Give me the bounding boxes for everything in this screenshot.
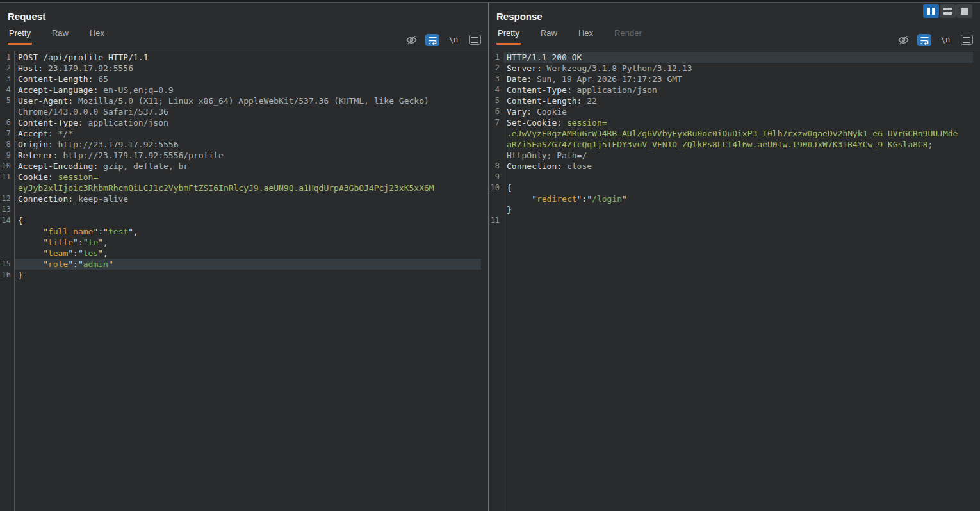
- code-text: "role":"admin": [14, 259, 481, 270]
- tab-raw[interactable]: Raw: [539, 26, 559, 45]
- code-line: 5User-Agent: Mozilla/5.0 (X11; Linux x86…: [0, 95, 488, 106]
- code-text: "redirect":"/login": [503, 193, 973, 204]
- newline-icon[interactable]: \n: [938, 33, 952, 46]
- line-number: 8: [0, 139, 14, 150]
- code-text: }: [503, 204, 973, 215]
- menu-icon-frame: [469, 35, 481, 45]
- code-text: "title":"te",: [14, 237, 481, 248]
- word-wrap-icon[interactable]: [917, 33, 931, 46]
- tab-render: Render: [613, 26, 643, 45]
- code-text: Chrome/143.0.0.0 Safari/537.36: [14, 106, 481, 117]
- line-number: 6: [489, 106, 503, 117]
- code-text: Host: 23.179.17.92:5556: [14, 63, 481, 74]
- code-line: 3Date: Sun, 19 Apr 2026 17:17:23 GMT: [489, 74, 980, 85]
- line-number: 10: [0, 161, 14, 172]
- code-line: 8Origin: http://23.179.17.92:5556: [0, 139, 488, 150]
- request-editor[interactable]: 1POST /api/profile HTTP/1.12Host: 23.179…: [0, 51, 488, 511]
- code-text: }: [14, 270, 481, 280]
- request-toolbar: \n: [404, 33, 482, 46]
- code-line: 4Content-Type: application/json: [489, 85, 980, 95]
- code-text: Vary: Cookie: [503, 106, 973, 117]
- code-line: }: [489, 204, 980, 215]
- tab-pretty[interactable]: Pretty: [8, 26, 32, 45]
- word-wrap-icon[interactable]: [425, 33, 439, 46]
- code-text: {: [503, 182, 973, 193]
- code-text: Referer: http://23.179.17.92:5556/profil…: [14, 150, 481, 161]
- menu-icon[interactable]: [468, 33, 482, 46]
- line-number: [0, 248, 14, 259]
- code-line: 9: [489, 172, 980, 182]
- code-line: 13: [0, 204, 488, 215]
- single-layout-button[interactable]: [956, 4, 972, 18]
- response-panel: Response PrettyRawHexRender: [489, 3, 980, 511]
- line-number: [489, 150, 503, 161]
- eye-off-icon[interactable]: [896, 33, 910, 46]
- line-number: 5: [489, 95, 503, 106]
- menu-icon[interactable]: [960, 33, 974, 46]
- code-line: .eJwVyzE0gzAMRuGrWJ4RB-AUlZg6VVbyEyxRu0o…: [489, 128, 980, 139]
- tab-hex[interactable]: Hex: [88, 26, 106, 45]
- response-toolbar: \n: [896, 33, 974, 46]
- code-line: 2Server: Werkzeug/3.1.8 Python/3.12.13: [489, 63, 980, 74]
- line-number: 10: [489, 182, 503, 193]
- line-number: [0, 237, 14, 248]
- line-number: [0, 226, 14, 237]
- code-line: 6Content-Type: application/json: [0, 117, 488, 128]
- code-text: Server: Werkzeug/3.1.8 Python/3.12.13: [503, 63, 973, 74]
- menu-icon-lines: [471, 37, 478, 43]
- line-number: 15: [0, 259, 14, 270]
- code-line: 10Accept-Encoding: gzip, deflate, br: [0, 161, 488, 172]
- single-layout-icon: [961, 8, 968, 15]
- line-number: 6: [0, 117, 14, 128]
- code-text: Connection: close: [503, 161, 973, 172]
- code-line: 5Content-Length: 22: [489, 95, 980, 106]
- code-text: [503, 215, 973, 226]
- code-line: 2Host: 23.179.17.92:5556: [0, 63, 488, 74]
- code-line: 16}: [0, 270, 488, 280]
- code-text: Content-Length: 65: [14, 74, 481, 85]
- response-title: Response: [496, 3, 980, 22]
- line-number: 4: [489, 85, 503, 95]
- line-number: 8: [489, 161, 503, 172]
- columns-layout-icon: [927, 8, 935, 15]
- line-number: 14: [0, 215, 14, 226]
- line-number: 16: [0, 270, 14, 280]
- line-number: 11: [489, 215, 503, 226]
- code-line: 9Referer: http://23.179.17.92:5556/profi…: [0, 150, 488, 161]
- columns-layout-button[interactable]: [923, 4, 939, 18]
- line-number: 3: [489, 74, 503, 85]
- line-number: [489, 139, 503, 150]
- code-line: 6Vary: Cookie: [489, 106, 980, 117]
- code-line: 10{: [489, 182, 980, 193]
- menu-icon-frame: [961, 35, 973, 45]
- code-text: Accept-Encoding: gzip, deflate, br: [14, 161, 481, 172]
- code-line: 12Connection: keep-alive: [0, 193, 488, 204]
- response-header: Response PrettyRawHexRender: [489, 3, 980, 51]
- code-line: 8Connection: close: [489, 161, 980, 172]
- code-text: eyJyb2xlIjoic3RhbmRhcmQiLCJ1c2VybmFtZSI6…: [14, 182, 481, 193]
- tab-raw[interactable]: Raw: [51, 26, 70, 45]
- code-line: 4Accept-Language: en-US,en;q=0.9: [0, 85, 488, 95]
- tab-hex[interactable]: Hex: [577, 26, 594, 45]
- code-text: Date: Sun, 19 Apr 2026 17:17:23 GMT: [503, 74, 973, 85]
- rows-layout-button[interactable]: [940, 4, 956, 18]
- code-text: Content-Type: application/json: [14, 117, 481, 128]
- code-line: 14{: [0, 215, 488, 226]
- request-panel: Request PrettyRawHex: [0, 3, 489, 511]
- code-line: 11: [489, 215, 980, 226]
- line-number: [489, 128, 503, 139]
- line-number: [489, 193, 503, 204]
- code-text: Set-Cookie: session=: [503, 117, 973, 128]
- tab-pretty[interactable]: Pretty: [496, 26, 521, 45]
- eye-off-icon[interactable]: [404, 33, 418, 46]
- code-text: .eJwVyzE0gzAMRuGrWJ4RB-AUlZg6VVbyEyxRu0o…: [503, 128, 973, 139]
- response-editor[interactable]: 1HTTP/1.1 200 OK2Server: Werkzeug/3.1.8 …: [489, 51, 980, 511]
- code-line: Chrome/143.0.0.0 Safari/537.36: [0, 106, 488, 117]
- message-editor-split-view: Request PrettyRawHex: [0, 3, 980, 511]
- menu-icon-lines: [963, 37, 970, 43]
- line-number: 2: [489, 63, 503, 74]
- newline-icon[interactable]: \n: [446, 33, 461, 46]
- code-line: 3Content-Length: 65: [0, 74, 488, 85]
- code-text: [14, 204, 481, 215]
- layout-buttons: [923, 4, 972, 18]
